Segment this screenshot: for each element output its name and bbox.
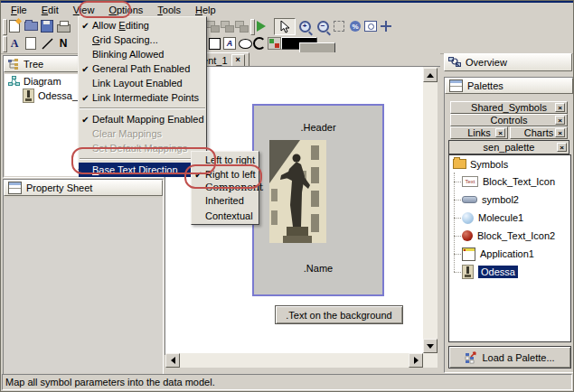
options-menu-popup: ✔ Allow Editing Grid Spacing... Blinking…: [78, 16, 207, 170]
vertical-scrollbar[interactable]: [423, 67, 438, 368]
menu-separator: [80, 107, 205, 109]
menu-item-grid-spacing[interactable]: Grid Spacing...: [79, 33, 206, 47]
check-icon: ✔: [79, 115, 92, 125]
palette-item-block-text-icon[interactable]: Text Block_Text_Icon: [449, 173, 570, 191]
polyline-tool-icon[interactable]: N: [56, 36, 71, 51]
scroll-down-button[interactable]: [423, 339, 438, 353]
close-icon[interactable]: ×: [555, 103, 565, 112]
check-icon: ✔: [79, 21, 92, 31]
group-icon-3[interactable]: [234, 19, 249, 33]
scroll-left-button[interactable]: [165, 353, 180, 368]
menu-item-base-text-direction[interactable]: Base Text Direction: [79, 163, 206, 177]
menu-item-blinking-allowed[interactable]: Blinking Allowed: [79, 47, 206, 61]
select-cursor-icon[interactable]: [274, 18, 296, 35]
submenu-item-right-to-left[interactable]: ✔ Right to left: [192, 167, 259, 182]
palette-tab-sen-palette[interactable]: sen_palette ×: [448, 140, 569, 154]
menu-item-link-intermediate-points[interactable]: ✔ Link Intermediate Points: [79, 90, 206, 105]
property-sheet-header: Property Sheet: [4, 180, 163, 196]
statue-icon: [23, 89, 34, 103]
menu-edit[interactable]: Edit: [34, 4, 66, 17]
zoom-area-icon[interactable]: [332, 19, 346, 33]
symbol-header-label: .Header: [254, 122, 382, 133]
palette-tab-controls[interactable]: Controls ×: [450, 114, 568, 126]
tree-item-label: Diagram: [24, 76, 61, 87]
palette-tab-charts[interactable]: Charts ×: [510, 126, 568, 139]
ellipse-tool-icon[interactable]: [238, 36, 252, 51]
folder-icon: [453, 159, 466, 169]
zoom-in-icon[interactable]: +: [297, 19, 312, 33]
check-icon: ✔: [79, 93, 92, 103]
base-text-direction-submenu: Left to right ✔ Right to left ComponentI…: [191, 151, 259, 225]
document-tab-close-icon[interactable]: ×: [231, 54, 245, 67]
group-icon-2[interactable]: [220, 19, 234, 33]
selected-item-label: Odessa: [478, 266, 518, 278]
overview-icon: [448, 57, 461, 68]
rect-tool-icon[interactable]: [207, 36, 221, 51]
background-text-object[interactable]: .Text on the background: [275, 305, 403, 324]
zoom-percent-icon[interactable]: %: [348, 19, 362, 33]
check-icon: ✔: [192, 170, 205, 180]
table-icon: [8, 182, 22, 194]
menu-item-link-layout-enabled[interactable]: Link Layout Enabled: [79, 76, 206, 90]
open-folder-icon[interactable]: [24, 19, 38, 33]
text-tool-icon[interactable]: A: [7, 36, 22, 51]
print-icon[interactable]: [56, 19, 71, 33]
overview-panel-title: Overview: [466, 57, 507, 68]
menubar: File Edit View Options Tools Help: [1, 3, 573, 17]
menu-item-clear-mappings: Clear Mappings: [79, 126, 206, 141]
zoom-out-icon[interactable]: −: [315, 19, 330, 33]
red-ball-icon: [462, 230, 473, 241]
menu-item-default-mapping-enabled[interactable]: ✔ Default Mapping Enabled: [79, 112, 206, 126]
palette-item-block-text-icon2[interactable]: Block_Text_Icon2: [449, 227, 570, 245]
table-icon: [449, 79, 463, 92]
palette-item-symbol2[interactable]: symbol2: [449, 191, 570, 209]
pan-icon[interactable]: [379, 19, 393, 33]
menu-file[interactable]: File: [4, 4, 34, 17]
page-tool-icon[interactable]: [24, 36, 38, 51]
property-sheet-title: Property Sheet: [26, 182, 92, 193]
submenu-item-component-inherited[interactable]: ComponentInherited: [192, 182, 259, 209]
statusbar: Map all symbol parameters into the data …: [2, 374, 572, 390]
menu-view[interactable]: View: [66, 4, 102, 17]
text-box-tool-icon[interactable]: A: [222, 36, 237, 51]
submenu-item-contextual[interactable]: Contextual: [192, 209, 259, 223]
submenu-item-left-to-right[interactable]: Left to right: [192, 153, 259, 167]
new-document-icon[interactable]: [7, 19, 22, 33]
scroll-up-button[interactable]: [423, 68, 438, 82]
app-window: File Edit View Options Tools Help + − % …: [0, 0, 574, 392]
odessa-symbol[interactable]: .Header .Name: [252, 104, 384, 296]
diagram-icon: [8, 76, 20, 87]
menu-item-allow-editing[interactable]: ✔ Allow Editing: [79, 18, 206, 33]
palette-item-odessa[interactable]: Odessa: [449, 263, 570, 281]
load-palette-button[interactable]: Load a Palette...: [448, 346, 571, 369]
line-tool-icon[interactable]: [40, 36, 54, 51]
overview-window-icon[interactable]: [363, 19, 378, 33]
status-text: Map all symbol parameters into the data …: [5, 377, 215, 387]
close-icon[interactable]: ×: [555, 116, 565, 125]
run-icon[interactable]: [255, 19, 269, 33]
close-icon[interactable]: ×: [555, 128, 565, 137]
group-icon-1[interactable]: [205, 19, 220, 33]
close-icon[interactable]: ×: [557, 143, 567, 152]
menu-options[interactable]: Options: [101, 4, 150, 17]
tree-panel-title: Tree: [24, 59, 43, 70]
load-palette-label: Load a Palette...: [482, 352, 554, 363]
palette-tab-shared-symbols[interactable]: Shared_Symbols ×: [450, 101, 568, 114]
menu-tools[interactable]: Tools: [150, 4, 188, 17]
add-symbol-icon[interactable]: [267, 36, 281, 51]
statue-icon: [462, 265, 474, 279]
arc-tool-icon[interactable]: [252, 36, 267, 51]
horizontal-scrollbar[interactable]: [165, 353, 423, 368]
close-icon[interactable]: ×: [495, 128, 505, 137]
statue-image: [269, 140, 326, 243]
save-icon[interactable]: [40, 19, 54, 33]
check-icon: ✔: [79, 64, 92, 74]
palette-tab-links[interactable]: Links ×: [450, 126, 508, 139]
menu-separator: [80, 158, 205, 160]
menu-item-general-path-enabled[interactable]: ✔ General Path Enabled: [79, 61, 206, 76]
menu-help[interactable]: Help: [188, 4, 223, 17]
palette-item-application1[interactable]: Application1: [449, 245, 570, 263]
palette-item-molecule1[interactable]: Molecule1: [449, 209, 570, 227]
scroll-right-button[interactable]: [409, 353, 423, 368]
symbols-root-folder[interactable]: Symbols: [449, 155, 570, 173]
